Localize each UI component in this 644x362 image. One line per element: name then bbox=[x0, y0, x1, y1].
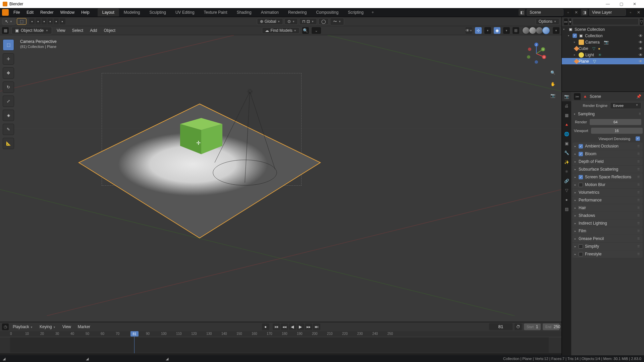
tab-uv-editing[interactable]: UV Editing bbox=[171, 8, 199, 16]
collapse-button[interactable]: ⌄ bbox=[312, 27, 321, 34]
maximize-button[interactable]: ▢ bbox=[614, 0, 628, 8]
snap-element-group[interactable] bbox=[29, 18, 65, 24]
cursor-tool[interactable]: ✛ bbox=[3, 53, 14, 65]
minimize-button[interactable]: — bbox=[601, 0, 614, 8]
output-tab[interactable]: 🖨 bbox=[562, 101, 571, 111]
tab-modeling[interactable]: Modeling bbox=[119, 8, 145, 16]
object-tab[interactable]: ▣ bbox=[562, 139, 571, 148]
tab-compositing[interactable]: Compositing bbox=[311, 8, 343, 16]
scale-tool[interactable]: ⤢ bbox=[3, 96, 14, 107]
eye-icon[interactable]: 👁 bbox=[639, 34, 643, 38]
tab-rendering[interactable]: Rendering bbox=[283, 8, 311, 16]
panel-hair[interactable]: ▸Hair⠿ bbox=[573, 204, 643, 212]
cursor-tool-dropdown[interactable]: ↖▼ bbox=[2, 18, 15, 25]
texture-tab[interactable]: ▨ bbox=[562, 204, 571, 214]
material-tab[interactable]: ● bbox=[562, 195, 571, 204]
timeline-view-menu[interactable]: View bbox=[60, 324, 74, 330]
panel-checkbox[interactable] bbox=[579, 183, 583, 187]
marker-menu[interactable]: Marker bbox=[75, 324, 93, 330]
select-tool-dropdown[interactable]: ⬚ bbox=[17, 18, 26, 25]
rendered-shading[interactable] bbox=[543, 27, 549, 34]
shading-dropdown[interactable]: ▼ bbox=[553, 27, 559, 34]
gizmo-toggle[interactable]: ⊹ bbox=[475, 27, 482, 34]
particles-tab[interactable]: ✨ bbox=[562, 158, 571, 167]
filter-dropdown[interactable]: ▽ bbox=[640, 18, 643, 25]
constraints-tab[interactable]: 🔗 bbox=[562, 176, 571, 186]
playback-menu[interactable]: Playback ▼ bbox=[10, 324, 36, 330]
tab-layout[interactable]: Layout bbox=[98, 8, 119, 16]
rotate-tool[interactable]: ↻ bbox=[3, 81, 14, 93]
timeline-track[interactable]: 0102030405060708090100110120130140150160… bbox=[0, 331, 561, 355]
viewport-3d[interactable]: Camera Perspective (81) Collection | Pla… bbox=[0, 35, 561, 322]
material-shading[interactable] bbox=[536, 27, 543, 34]
panel-ambient-occlusion[interactable]: ▸Ambient Occlusion⠿ bbox=[573, 142, 643, 150]
scene-new-button[interactable]: ▫ bbox=[565, 9, 572, 16]
render-tab[interactable]: 📷 bbox=[562, 92, 571, 101]
panel-bloom[interactable]: ▸Bloom⠿ bbox=[573, 150, 643, 158]
zoom-icon[interactable]: 🔍 bbox=[549, 69, 557, 77]
solid-shading[interactable] bbox=[529, 27, 536, 34]
menu-help[interactable]: Help bbox=[78, 9, 93, 16]
outliner-item-camera[interactable]: ▸Camera 📷 👁 bbox=[562, 39, 644, 45]
jump-start-button[interactable]: ⏮ bbox=[273, 323, 280, 330]
panel-film[interactable]: ▸Film⠿ bbox=[573, 227, 643, 235]
play-reverse-button[interactable]: ◀ bbox=[289, 323, 296, 330]
jump-end-button[interactable]: ⏭ bbox=[313, 323, 320, 330]
sampling-panel-header[interactable]: ▾Sampling⠿ bbox=[571, 110, 644, 118]
panel-freestyle[interactable]: ▸Freestyle⠿ bbox=[573, 250, 643, 258]
outliner-editor-dropdown[interactable]: ≔ bbox=[564, 18, 568, 25]
add-menu[interactable]: Add bbox=[88, 27, 99, 34]
proportional-dropdown[interactable]: ◯ bbox=[318, 18, 329, 25]
status-handle-icon[interactable]: ◢ bbox=[86, 357, 89, 361]
render-samples-field[interactable] bbox=[590, 119, 641, 125]
overlay-toggle[interactable]: ◉ bbox=[494, 27, 500, 34]
find-models-dropdown[interactable]: ☁Find Models▼ bbox=[262, 27, 299, 34]
viewlayer-delete-button[interactable]: ✕ bbox=[635, 9, 642, 16]
modifier-tab[interactable]: 🔧 bbox=[562, 148, 571, 158]
measure-tool[interactable]: 📐 bbox=[3, 138, 14, 149]
falloff-dropdown[interactable]: 〜▼ bbox=[330, 18, 344, 25]
annotate-tool[interactable]: ✎ bbox=[3, 124, 14, 135]
xray-toggle[interactable]: ⊞ bbox=[513, 27, 519, 34]
mode-dropdown[interactable]: ▣ Object Mode ▼ bbox=[11, 27, 52, 34]
status-handle-icon[interactable]: ◢ bbox=[166, 357, 168, 361]
close-button[interactable]: ✕ bbox=[628, 0, 641, 8]
navigation-gizmo[interactable]: X Y Z bbox=[525, 42, 548, 65]
keying-menu[interactable]: Keying ▼ bbox=[37, 324, 58, 330]
keyframe-prev-button[interactable]: ◂◂ bbox=[281, 323, 288, 330]
tab-texture-paint[interactable]: Texture Paint bbox=[199, 8, 232, 16]
pin-icon[interactable]: 📌 bbox=[636, 94, 641, 99]
pan-icon[interactable]: ✋ bbox=[549, 80, 557, 88]
shading-mode-group[interactable] bbox=[522, 26, 550, 35]
select-tool[interactable]: ⬚ bbox=[3, 39, 14, 51]
eye-icon[interactable]: 👁 bbox=[639, 46, 643, 51]
panel-performance[interactable]: ▸Performance⠿ bbox=[573, 196, 643, 204]
panel-checkbox[interactable] bbox=[579, 244, 583, 249]
outliner-scene-collection[interactable]: ▾▣Scene Collection bbox=[562, 26, 644, 33]
options-dropdown[interactable]: Options▼ bbox=[536, 18, 559, 25]
outliner-item-light[interactable]: ▸Light ☀ 👁 bbox=[562, 52, 644, 58]
visibility-dropdown[interactable]: 👁▼ bbox=[466, 27, 472, 34]
play-button[interactable]: ▶ bbox=[297, 323, 304, 330]
tab-shading[interactable]: Shading bbox=[232, 8, 256, 16]
panel-volumetrics[interactable]: ▸Volumetrics⠿ bbox=[573, 189, 643, 196]
tab-animation[interactable]: Animation bbox=[256, 8, 283, 16]
panel-depth-of-field[interactable]: ▸Depth of Field⠿ bbox=[573, 158, 643, 165]
gizmo-dropdown[interactable]: ▼ bbox=[484, 27, 491, 34]
select-menu[interactable]: Select bbox=[70, 27, 85, 34]
keyframe-next-button[interactable]: ▸▸ bbox=[305, 323, 312, 330]
panel-checkbox[interactable] bbox=[579, 144, 583, 148]
render-engine-dropdown[interactable]: Eevee▼ bbox=[610, 102, 641, 109]
auto-key-mode[interactable]: ⏱ bbox=[515, 323, 522, 330]
end-frame-field[interactable]: End 250 bbox=[543, 323, 559, 330]
search-icon[interactable]: 🔍 bbox=[302, 27, 309, 34]
outliner[interactable]: ▾▣Scene Collection ▾▣Collection 👁 ▸Camer… bbox=[562, 26, 644, 92]
panel-checkbox[interactable] bbox=[579, 152, 583, 156]
view-layer-field[interactable]: View Layer bbox=[589, 9, 626, 16]
current-frame-field[interactable] bbox=[489, 323, 513, 330]
panel-grease-pencil[interactable]: ▸Grease Pencil⠿ bbox=[573, 235, 643, 242]
eye-icon[interactable]: 👁 bbox=[639, 59, 643, 64]
panel-simplify[interactable]: ▸Simplify⠿ bbox=[573, 243, 643, 250]
menu-file[interactable]: File bbox=[10, 9, 23, 16]
view-menu[interactable]: View bbox=[55, 27, 67, 34]
